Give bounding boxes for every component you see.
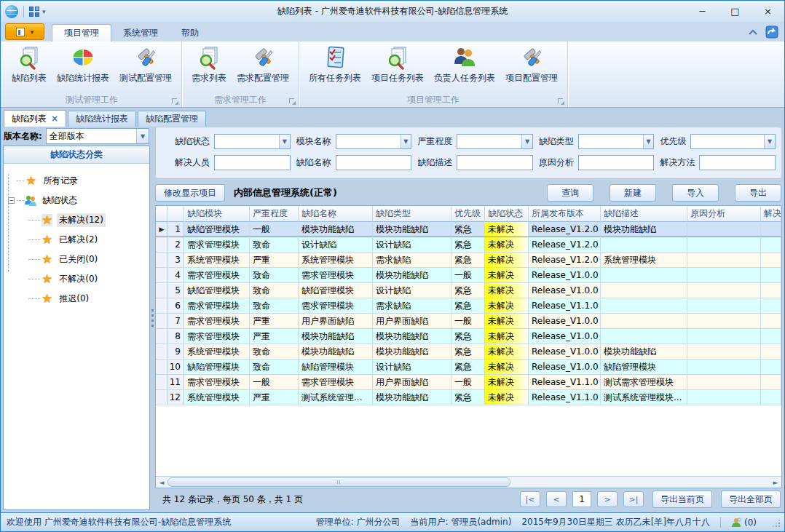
column-header[interactable]: 缺陷类型: [373, 206, 451, 222]
ribbon-button[interactable]: 项目配置管理: [500, 44, 563, 95]
export-button[interactable]: 导出: [735, 184, 781, 202]
filter-input-value[interactable]: [457, 156, 532, 170]
filter-input-value[interactable]: [215, 156, 290, 170]
table-row[interactable]: 12系统管理模块严重测试系统管理...模块功能缺陷紧急未解决Release_V1…: [156, 390, 781, 405]
column-header[interactable]: 缺陷名称: [299, 206, 373, 222]
ribbon-tab-help[interactable]: 帮助: [170, 24, 210, 41]
filter-input-value[interactable]: [691, 135, 764, 148]
column-header[interactable]: 所属发布版本: [529, 206, 601, 222]
version-select[interactable]: 全部版本 ▼: [46, 128, 149, 144]
collapse-ribbon-icon[interactable]: [748, 28, 758, 36]
column-header[interactable]: 缺陷模块: [184, 206, 250, 222]
table-row[interactable]: 3系统管理模块严重系统管理模块需求缺陷紧急未解决Release_V1.2.0系统…: [156, 253, 781, 268]
close-button[interactable]: ×: [752, 1, 784, 22]
chevron-down-icon[interactable]: ▼: [279, 135, 290, 148]
ribbon-button[interactable]: 测试配置管理: [114, 44, 177, 95]
ribbon-tab-project[interactable]: 项目管理: [52, 24, 111, 41]
page-number-input[interactable]: [572, 491, 591, 507]
horizontal-scrollbar[interactable]: ◄ ►: [156, 476, 781, 488]
filter-select[interactable]: ▼: [457, 134, 533, 149]
prev-page-button[interactable]: <: [546, 491, 567, 507]
tree-item[interactable]: ★已解决(2): [7, 230, 146, 250]
ribbon-tab-system[interactable]: 系统管理: [111, 24, 170, 41]
ribbon-button[interactable]: 需求列表: [186, 44, 232, 95]
tree-item[interactable]: ★已关闭(0): [7, 250, 146, 269]
table-row[interactable]: 11需求管理模块一般需求管理模块用户界面缺陷一般未解决Release_V1.1.…: [156, 375, 781, 390]
help-icon[interactable]: [765, 25, 778, 39]
column-header[interactable]: 严重程度: [250, 206, 299, 222]
dialog-launcher-icon[interactable]: [558, 98, 565, 106]
last-page-button[interactable]: >|: [623, 491, 644, 507]
dialog-launcher-icon[interactable]: [172, 98, 179, 106]
ribbon-button[interactable]: 缺陷统计报表: [52, 44, 114, 95]
filter-input-value[interactable]: [700, 156, 775, 170]
query-button[interactable]: 查询: [547, 184, 593, 202]
tree-item[interactable]: − 缺陷状态: [7, 191, 146, 210]
doc-tab[interactable]: 缺陷统计报表: [68, 111, 136, 127]
minimize-button[interactable]: ─: [686, 1, 719, 22]
collapse-icon[interactable]: −: [8, 197, 15, 204]
ribbon-button[interactable]: 项目任务列表: [366, 44, 429, 95]
filter-input-value[interactable]: [336, 156, 411, 170]
dialog-launcher-icon[interactable]: [289, 98, 296, 106]
chevron-down-icon[interactable]: ▼: [401, 135, 411, 148]
filter-select[interactable]: ▼: [578, 134, 655, 149]
scroll-right-icon[interactable]: ►: [770, 477, 781, 488]
resize-grip[interactable]: [771, 518, 780, 527]
tree-item[interactable]: ★所有记录: [7, 171, 146, 191]
filter-select[interactable]: ▼: [336, 134, 412, 149]
chevron-down-icon[interactable]: ▼: [521, 135, 532, 148]
column-header[interactable]: 原因分析: [687, 206, 761, 222]
ribbon-button[interactable]: 所有任务列表: [304, 44, 366, 95]
filter-select[interactable]: ▼: [690, 134, 776, 149]
splitter-handle[interactable]: [150, 127, 155, 510]
table-row[interactable]: 7需求管理模块严重用户界面缺陷用户界面缺陷一般未解决Release_V1.0.0: [156, 314, 781, 329]
filter-input[interactable]: [214, 155, 291, 170]
scroll-left-icon[interactable]: ◄: [156, 477, 167, 488]
filter-input[interactable]: [457, 155, 533, 170]
filter-input-value[interactable]: [579, 156, 654, 170]
chevron-down-icon[interactable]: ▼: [764, 135, 775, 148]
tree-item[interactable]: ★未解决(12): [7, 210, 146, 230]
first-page-button[interactable]: |<: [520, 491, 540, 507]
column-header[interactable]: 优先级: [451, 206, 485, 222]
export-current-page-button[interactable]: 导出当前页: [652, 491, 712, 508]
tree-item[interactable]: ★推迟(0): [7, 289, 146, 309]
filter-input-value[interactable]: [336, 135, 401, 148]
filter-input-value[interactable]: [457, 135, 521, 148]
ribbon-button[interactable]: 需求配置管理: [232, 44, 294, 95]
filter-input[interactable]: [699, 155, 776, 170]
filter-input[interactable]: [578, 155, 655, 170]
table-row[interactable]: 5缺陷管理模块致命缺陷管理模块设计缺陷紧急未解决Release_V1.0.0: [156, 283, 781, 298]
ribbon-button[interactable]: 负责人任务列表: [429, 44, 500, 95]
tree-item[interactable]: ★不解决(0): [7, 269, 146, 289]
new-button[interactable]: 新建: [610, 184, 656, 202]
table-row[interactable]: 6需求管理模块致命需求管理模块需求缺陷紧急未解决Release_V1.1.0: [156, 298, 781, 314]
table-row[interactable]: 2需求管理模块致命设计缺陷设计缺陷紧急未解决Release_V1.2.0: [156, 237, 781, 253]
import-button[interactable]: 导入: [672, 184, 719, 202]
table-row[interactable]: 8需求管理模块严重模块功能缺陷模块功能缺陷紧急未解决Release_V1.0.0: [156, 329, 781, 344]
chevron-down-icon[interactable]: ▼: [643, 135, 654, 148]
column-header[interactable]: 缺陷描述: [601, 206, 687, 222]
chevron-down-icon[interactable]: ▼: [136, 129, 149, 143]
doc-tab[interactable]: 缺陷列表×: [4, 110, 66, 127]
table-row[interactable]: ▶1缺陷管理模块一般模块功能缺陷模块功能缺陷紧急未解决Release_V1.2.…: [156, 222, 781, 237]
export-all-pages-button[interactable]: 导出全部页: [721, 491, 781, 508]
application-menu-button[interactable]: ▾: [5, 23, 44, 40]
column-header[interactable]: 解决方法: [761, 206, 781, 222]
filter-input[interactable]: [336, 155, 412, 170]
next-page-button[interactable]: >: [597, 491, 618, 507]
close-icon[interactable]: ×: [51, 114, 58, 124]
doc-tab[interactable]: 缺陷配置管理: [138, 111, 206, 127]
scrollbar-thumb[interactable]: [167, 477, 510, 487]
modify-display-items-button[interactable]: 修改显示项目: [155, 184, 225, 202]
maximize-button[interactable]: □: [719, 1, 752, 22]
table-row[interactable]: 9系统管理模块致命模块功能缺陷模块功能缺陷紧急未解决Release_V1.0.0…: [156, 344, 781, 360]
ribbon-button[interactable]: 缺陷列表: [7, 44, 52, 95]
column-header[interactable]: 缺陷状态: [485, 206, 529, 222]
table-row[interactable]: 10缺陷管理模块致命缺陷管理模块设计缺陷紧急未解决Release_V1.0.0缺…: [156, 360, 781, 375]
filter-select[interactable]: ▼: [214, 134, 291, 149]
table-row[interactable]: 4需求管理模块致命需求管理模块模块功能缺陷一般未解决Release_V1.0.0: [156, 268, 781, 283]
filter-input-value[interactable]: [579, 135, 643, 148]
filter-input-value[interactable]: [215, 135, 279, 148]
